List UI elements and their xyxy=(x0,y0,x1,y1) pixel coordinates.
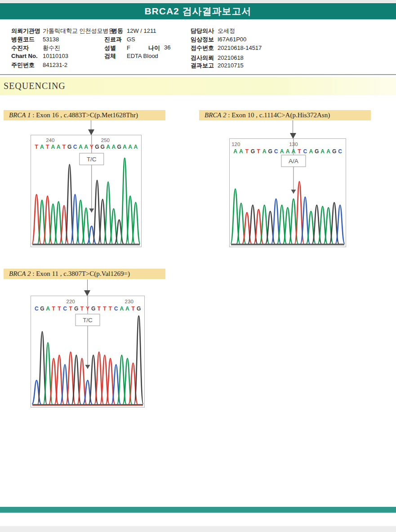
svg-text:T/C: T/C xyxy=(83,317,93,324)
info-value: 841231-2 xyxy=(43,62,67,68)
variant-arrow xyxy=(31,120,141,135)
svg-text:G: G xyxy=(268,148,272,155)
svg-text:G: G xyxy=(91,306,95,312)
svg-text:G: G xyxy=(40,306,44,312)
info-label: 담당의사 xyxy=(191,27,218,35)
svg-text:A: A xyxy=(292,148,296,155)
svg-text:T: T xyxy=(245,148,249,155)
svg-text:A: A xyxy=(40,144,44,150)
info-row: 병원코드53138 xyxy=(11,35,59,44)
report-header-bar: BRCA2 검사결과보고서 xyxy=(0,3,396,19)
svg-text:A: A xyxy=(51,144,55,150)
svg-text:240: 240 xyxy=(46,137,54,143)
chromatogram-plot: 120130AATGTAGCAAATCAGAAGCA/A xyxy=(230,139,346,247)
svg-text:C: C xyxy=(338,148,342,155)
info-row: 수진자황수진 xyxy=(11,44,60,52)
info-label: 나이 xyxy=(148,44,160,52)
svg-text:C: C xyxy=(303,148,307,155)
report-page: BRCA2 검사결과보고서 의뢰기관명가톨릭대학교 인천성모병원 병원코드531… xyxy=(0,0,396,532)
svg-text:G: G xyxy=(95,144,99,150)
info-row: Chart No.10110103 xyxy=(11,53,68,59)
variant-arrow xyxy=(31,279,144,296)
chromatogram-panel-3: 220230CGATTCTGTYGTTTCAATGT/C xyxy=(31,296,145,408)
top-gray-strip xyxy=(0,0,396,3)
info-label: 성별 xyxy=(104,44,127,52)
svg-text:T: T xyxy=(298,148,301,155)
info-row: 의뢰기관명가톨릭대학교 인천성모병원 xyxy=(11,27,115,35)
info-value: 오세정 xyxy=(218,27,235,34)
svg-text:C: C xyxy=(114,306,118,312)
info-row: 주민번호841231-2 xyxy=(11,61,67,69)
svg-text:A: A xyxy=(309,148,313,155)
gene-name: BRCA 2 xyxy=(199,111,226,119)
info-value: 36 xyxy=(164,44,170,51)
info-label: 의뢰기관명 xyxy=(11,27,43,35)
variant-description: : Exon 11 , c.3807T>C(p.Val1269=) xyxy=(31,270,130,278)
info-value: GS xyxy=(127,36,135,43)
panel3-label: BRCA 2 : Exon 11 , c.3807T>C(p.Val1269=) xyxy=(4,269,165,279)
svg-text:T: T xyxy=(52,306,56,312)
svg-text:Y: Y xyxy=(90,144,93,150)
svg-text:T: T xyxy=(98,306,101,312)
info-value: F xyxy=(127,44,130,51)
info-label: 결과보고 xyxy=(191,62,218,70)
svg-text:Y: Y xyxy=(86,306,89,312)
info-value: 10110103 xyxy=(43,53,68,59)
info-row: 검사의뢰20210618 xyxy=(191,54,244,62)
svg-text:A: A xyxy=(320,148,325,155)
svg-text:A: A xyxy=(134,144,138,150)
sequencing-band: SEQUENCING xyxy=(0,77,396,95)
info-row: 진료과GS xyxy=(104,35,135,44)
info-row: 성별F나이36 xyxy=(104,44,203,52)
sequencing-title: SEQUENCING xyxy=(0,81,66,91)
svg-text:250: 250 xyxy=(101,137,110,143)
svg-text:C: C xyxy=(63,306,67,312)
info-row: 담당의사오세정 xyxy=(191,27,235,35)
info-label: 접수번호 xyxy=(191,44,218,52)
gene-name: BRCA 1 xyxy=(4,111,31,119)
info-value: 20210618 xyxy=(218,54,244,61)
svg-text:220: 220 xyxy=(67,299,75,304)
svg-text:T: T xyxy=(80,306,84,312)
svg-text:C: C xyxy=(35,306,39,312)
variant-description: : Exon 10 , c.1114C>A(p.His372Asn) xyxy=(226,111,330,119)
svg-text:G: G xyxy=(74,306,78,312)
svg-text:A: A xyxy=(239,148,243,155)
svg-text:G: G xyxy=(332,148,336,155)
info-value: I67A61P00 xyxy=(218,36,246,43)
chromatogram-plot: 220230CGATTCTGTYGTTTCAATGT/C xyxy=(31,296,144,407)
info-row: 접수번호20210618-14517 xyxy=(191,44,262,52)
svg-text:C: C xyxy=(73,144,77,150)
footer-gray-strip xyxy=(0,526,396,532)
report-title: BRCA2 검사결과보고서 xyxy=(144,5,251,18)
svg-text:A: A xyxy=(46,306,50,312)
panel1-label: BRCA 1 : Exon 16 , c.4883T>C(p.Met1628Th… xyxy=(4,110,165,120)
svg-text:A: A xyxy=(111,144,116,150)
chromatogram-panel-1: 240250TATAATGCAAYGGAAGAAAT/C xyxy=(31,135,142,247)
svg-text:130: 130 xyxy=(289,142,298,147)
info-label: 검사의뢰 xyxy=(191,54,218,62)
svg-text:A: A xyxy=(79,144,83,150)
svg-text:A: A xyxy=(125,306,129,312)
svg-text:A: A xyxy=(326,148,330,155)
svg-text:G: G xyxy=(315,148,319,155)
svg-text:G: G xyxy=(67,144,71,150)
info-row: 병동12W / 1211 xyxy=(111,27,156,35)
info-label: 임상정보 xyxy=(191,35,218,44)
footer-teal-bar xyxy=(0,507,396,513)
info-value: 황수진 xyxy=(43,44,60,51)
info-label: Chart No. xyxy=(11,53,43,59)
svg-text:T/C: T/C xyxy=(87,156,97,163)
svg-text:A: A xyxy=(263,148,267,155)
svg-text:A: A xyxy=(128,144,132,150)
info-label: 수진자 xyxy=(11,44,43,52)
patient-info-section: 의뢰기관명가톨릭대학교 인천성모병원 병원코드53138 수진자황수진 Char… xyxy=(0,22,396,74)
svg-text:A: A xyxy=(286,148,290,155)
svg-text:A: A xyxy=(123,144,127,150)
chromatogram-panel-2: 120130AATGTAGCAAATCAGAAGCA/A xyxy=(229,138,346,247)
svg-text:230: 230 xyxy=(125,299,133,304)
info-row: 결과보고20210715 xyxy=(191,62,244,70)
info-row: 검체EDTA Blood xyxy=(104,52,158,60)
info-label: 검체 xyxy=(104,52,127,60)
svg-text:T: T xyxy=(103,306,107,312)
